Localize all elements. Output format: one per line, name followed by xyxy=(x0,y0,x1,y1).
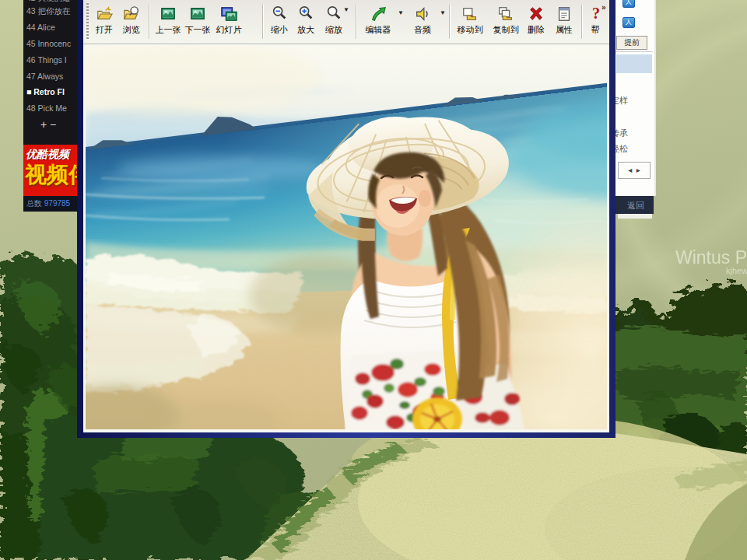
svg-text:?: ? xyxy=(592,5,600,22)
svg-text:kjhew: kjhew xyxy=(726,266,747,275)
svg-text:Wintus Pe: Wintus Pe xyxy=(675,247,747,268)
